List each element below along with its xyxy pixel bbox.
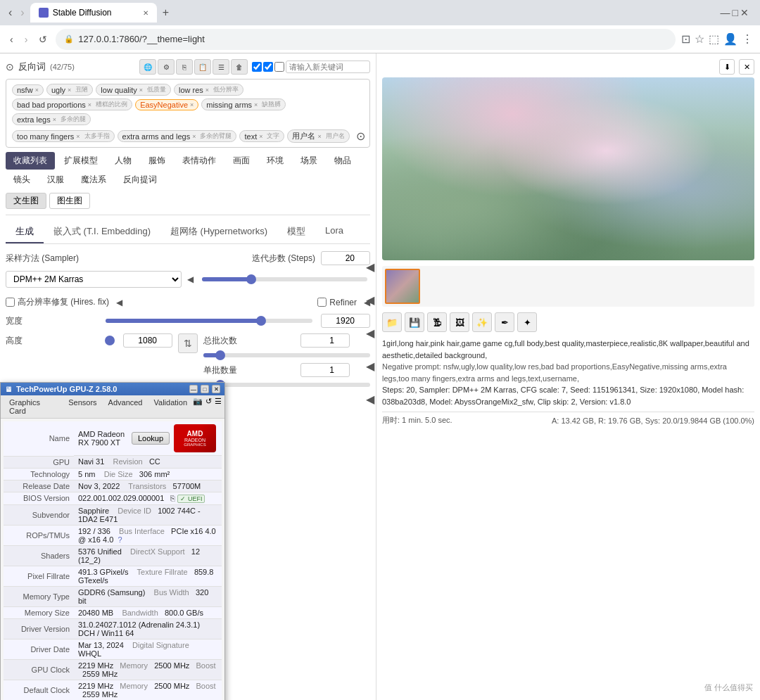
expand-icon[interactable]: ⊙ xyxy=(6,61,14,72)
refiner-checkbox[interactable] xyxy=(317,298,327,307)
width-slider[interactable] xyxy=(106,319,312,323)
list-btn[interactable]: ☰ xyxy=(213,59,229,75)
cfg-right-arrow2[interactable]: ◀ xyxy=(366,293,374,307)
new-tab-btn[interactable]: + xyxy=(160,4,172,22)
maximize-btn[interactable]: □ xyxy=(733,7,738,18)
browser-forward-btn[interactable]: › xyxy=(18,4,27,22)
minimize-btn[interactable]: — xyxy=(721,7,730,18)
cb2[interactable] xyxy=(263,62,273,72)
profile-icon[interactable]: 👤 xyxy=(723,32,737,46)
steps-slider[interactable] xyxy=(202,277,368,281)
address-box[interactable]: 🔒 127.0.0.1:7860/?__theme=light xyxy=(56,29,676,50)
help-icon[interactable]: ? xyxy=(118,535,122,544)
trash-btn[interactable]: 🗑 xyxy=(231,59,248,75)
gpuz-minimize-btn[interactable]: — xyxy=(189,385,198,393)
inpaint-btn[interactable]: ✒ xyxy=(495,312,514,332)
lookup-btn[interactable]: Lookup xyxy=(132,432,170,445)
gpuz-menu-sensors[interactable]: Sensors xyxy=(63,397,102,416)
globe-btn[interactable]: 🌐 xyxy=(139,59,156,75)
cat-tab-8[interactable]: 物品 xyxy=(327,152,359,170)
gpuz-menu-advanced[interactable]: Advanced xyxy=(103,397,148,416)
refiner-checkbox-label[interactable]: Refiner xyxy=(317,298,357,307)
gpuz-menu-dots[interactable]: ☰ xyxy=(215,397,222,416)
tag-low-quality[interactable]: low quality ×低质量 xyxy=(96,84,171,96)
cfg-right-arrow4[interactable]: ◀ xyxy=(366,359,374,373)
cat-tab-6[interactable]: 环境 xyxy=(259,152,291,170)
bios-copy-icon[interactable]: ⎘ xyxy=(170,494,175,502)
batch-input[interactable] xyxy=(300,363,350,377)
cast-icon[interactable]: ⊡ xyxy=(681,32,690,46)
tag-easynegative[interactable]: EasyNegative × xyxy=(135,99,198,110)
tag-username[interactable]: 用户名 ×用户名 xyxy=(287,129,349,143)
cat-tab-1[interactable]: 扩展模型 xyxy=(56,152,106,170)
bookmark-icon[interactable]: ☆ xyxy=(695,32,704,46)
back-nav-btn[interactable]: ‹ xyxy=(7,31,16,48)
cat-tab-3[interactable]: 服饰 xyxy=(141,152,173,170)
cat-tab-7[interactable]: 场景 xyxy=(293,152,325,170)
subtab-0[interactable]: 文生图 xyxy=(6,193,46,209)
height-input[interactable] xyxy=(123,333,172,348)
cat-tab-5[interactable]: 画面 xyxy=(225,152,258,170)
cat-tab-12[interactable]: 反向提词 xyxy=(115,171,165,189)
image-close-btn[interactable]: ✕ xyxy=(739,59,754,75)
gpuz-menu-graphics[interactable]: Graphics Card xyxy=(4,397,63,416)
image-download-btn[interactable]: ⬇ xyxy=(719,59,735,75)
cat-tab-2[interactable]: 人物 xyxy=(107,152,139,170)
tag-low-res[interactable]: low res ×低分辨率 xyxy=(174,84,243,96)
open-folder-btn[interactable]: 📁 xyxy=(382,312,402,332)
cat-tab-0[interactable]: 收藏列表 xyxy=(6,152,55,170)
gen-tab-2[interactable]: 超网络 (Hypernetworks) xyxy=(160,221,277,243)
extensions-icon[interactable]: ⬚ xyxy=(709,32,719,46)
keyword-input[interactable] xyxy=(286,61,370,73)
gen-tab-0[interactable]: 生成 xyxy=(6,221,44,243)
gen-tab-3[interactable]: 模型 xyxy=(277,221,315,243)
browser-tab[interactable]: Stable Diffusion ✕ xyxy=(30,3,157,23)
gen-tab-4[interactable]: Lora xyxy=(315,221,353,243)
tag-extra-legs[interactable]: extra legs ×多余的腿 xyxy=(12,113,91,125)
tag-missing-arms[interactable]: missing arms ×缺胳膊 xyxy=(201,98,286,110)
sampler-arrow-btn[interactable]: ◀ xyxy=(187,274,194,284)
hires-checkbox-label[interactable]: 高分辨率修复 (Hires. fix) xyxy=(6,296,109,308)
close-btn[interactable]: ✕ xyxy=(740,7,749,18)
img2img-btn[interactable]: 🖼 xyxy=(450,312,469,332)
tag-bad-proportions[interactable]: bad bad proportions ×糟糕的比例 xyxy=(12,98,132,110)
cfg-right-arrow3[interactable]: ◀ xyxy=(366,326,374,340)
cfg-right-arrow5[interactable]: ◀ xyxy=(366,393,374,406)
subtab-1[interactable]: 图生图 xyxy=(49,193,90,209)
copy-btn[interactable]: ⎘ xyxy=(176,59,193,75)
paste-btn[interactable]: 📋 xyxy=(194,59,211,75)
gpuz-menu-validation[interactable]: Validation xyxy=(148,397,194,416)
zip-btn[interactable]: 🗜 xyxy=(427,312,447,332)
cat-tab-10[interactable]: 汉服 xyxy=(39,171,72,189)
browser-back-btn[interactable]: ‹ xyxy=(6,4,15,22)
gpuz-refresh-icon[interactable]: ↺ xyxy=(205,397,212,416)
settings-btn[interactable]: ⚙ xyxy=(158,59,175,75)
tag-ugly[interactable]: ugly ×丑陋 xyxy=(46,84,93,96)
tab-close-btn[interactable]: ✕ xyxy=(143,9,148,17)
width-input[interactable] xyxy=(321,314,370,328)
collapse-icon[interactable]: ⊙ xyxy=(356,129,365,143)
tag-extra-arms-legs[interactable]: extra arms and legs ×多余的臂腿 xyxy=(118,130,237,142)
cat-tab-4[interactable]: 表情动作 xyxy=(175,152,224,170)
cfg-right-arrow[interactable]: ◀ xyxy=(366,260,374,274)
cat-tab-11[interactable]: 魔法系 xyxy=(73,171,114,189)
height-slider[interactable] xyxy=(106,338,115,343)
sampler-select[interactable]: DPM++ 2M Karras xyxy=(6,271,182,288)
tag-too-many-fingers[interactable]: too many fingers ×太多手指 xyxy=(12,130,115,142)
total-input[interactable] xyxy=(300,333,350,348)
tag-nsfw[interactable]: nsfw × xyxy=(12,84,44,96)
save-btn[interactable]: 💾 xyxy=(405,312,424,332)
gpuz-camera-icon[interactable]: 📷 xyxy=(193,397,203,416)
cb1[interactable] xyxy=(252,62,262,72)
steps-input[interactable] xyxy=(321,251,370,265)
star-btn[interactable]: ✦ xyxy=(517,312,537,332)
gen-tab-1[interactable]: 嵌入式 (T.I. Embedding) xyxy=(44,221,160,243)
extras-btn[interactable]: ✨ xyxy=(472,312,492,332)
forward-nav-btn[interactable]: › xyxy=(22,31,31,48)
tag-text[interactable]: text ×文字 xyxy=(239,130,284,142)
refresh-btn[interactable]: ↺ xyxy=(36,31,50,48)
thumbnail-1[interactable] xyxy=(385,269,420,304)
swap-dimensions-btn[interactable]: ⇅ xyxy=(178,333,198,353)
menu-icon[interactable]: ⋮ xyxy=(742,32,753,46)
hires-checkbox[interactable] xyxy=(6,298,15,307)
